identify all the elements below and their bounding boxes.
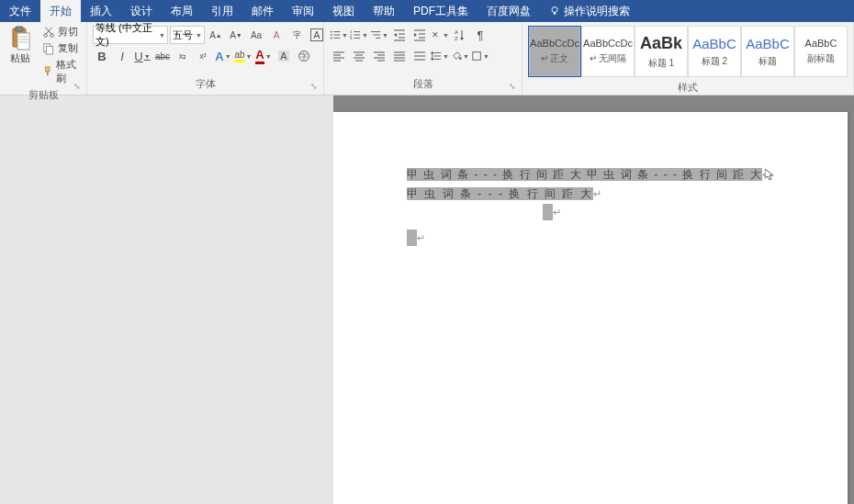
tab-pdf[interactable]: PDF工具集 — [404, 0, 478, 22]
para-mark-icon: ↵ — [417, 232, 425, 243]
group-styles: AaBbCcDc ↵ 正文 AaBbCcDc ↵ 无间隔 AaBk 标题 1 A… — [523, 22, 854, 95]
superscript-button[interactable]: x² — [194, 47, 212, 65]
style-preview: AaBbCcDc — [583, 38, 633, 49]
tab-file[interactable]: 文件 — [0, 0, 40, 22]
svg-marker-70 — [431, 59, 433, 62]
decrease-indent-button[interactable] — [390, 26, 409, 44]
align-right-button[interactable] — [370, 47, 388, 65]
tab-help[interactable]: 帮助 — [364, 0, 404, 22]
tab-design[interactable]: 设计 — [121, 0, 162, 22]
grow-font-button[interactable]: A▲ — [207, 26, 225, 44]
text-effects-button[interactable]: A▼ — [214, 47, 232, 65]
show-marks-button[interactable]: ¶ — [471, 26, 489, 44]
numbering-button[interactable]: 123▼ — [350, 26, 368, 44]
char-shading-button[interactable]: A — [275, 47, 293, 65]
clipboard-launcher[interactable]: ⤡ — [73, 82, 84, 93]
underline-button[interactable]: U▼ — [133, 47, 152, 65]
svg-point-8 — [44, 33, 48, 37]
tell-me-search[interactable]: 操作说明搜索 — [549, 4, 630, 19]
font-launcher[interactable]: ⤡ — [310, 82, 321, 93]
copy-button[interactable]: 复制 — [40, 40, 83, 56]
shading-button[interactable]: ▼ — [451, 47, 469, 65]
bold-button[interactable]: B — [93, 47, 111, 65]
borders-button[interactable]: ▼ — [471, 47, 489, 65]
style-name: 标题 1 — [648, 57, 674, 70]
phonetic-button[interactable]: 字 — [287, 26, 306, 44]
group-clipboard: 粘贴 剪切 复制 格式刷 剪贴板 ⤡ — [0, 22, 87, 95]
char-border-button[interactable]: A — [308, 26, 326, 44]
tab-review[interactable]: 审阅 — [283, 0, 323, 22]
tab-baidu[interactable]: 百度网盘 — [478, 0, 540, 22]
doc-line-3[interactable]: ↵ — [407, 206, 848, 218]
style-subtitle[interactable]: AaBbC 副标题 — [794, 26, 848, 77]
style-no-spacing[interactable]: AaBbCcDc ↵ 无间隔 — [581, 26, 635, 77]
font-size-select[interactable]: 五号▼ — [170, 26, 205, 44]
svg-point-20 — [331, 38, 332, 39]
highlight-button[interactable]: ab▼ — [234, 47, 253, 65]
svg-line-10 — [46, 27, 51, 33]
distribute-button[interactable] — [410, 47, 429, 65]
style-heading2[interactable]: AaBbC 标题 2 — [688, 26, 741, 77]
enclose-char-button[interactable]: 字 — [295, 47, 313, 65]
tell-me-label: 操作说明搜索 — [564, 4, 630, 19]
cut-label: 剪切 — [58, 25, 78, 39]
sort-button[interactable]: AZ — [451, 26, 469, 44]
font-color-button[interactable]: A▼ — [254, 47, 273, 65]
font-name-select[interactable]: 等线 (中文正文)▼ — [93, 26, 168, 44]
change-case-button[interactable]: Aa — [247, 26, 265, 44]
paste-button[interactable]: 粘贴 — [4, 24, 37, 67]
asian-layout-button[interactable]: ✕▼ — [431, 26, 449, 44]
justify-button[interactable] — [390, 47, 409, 65]
cursor-icon — [765, 169, 774, 182]
style-name: ↵ 无间隔 — [590, 52, 627, 65]
bullets-icon — [330, 28, 341, 41]
svg-rect-1 — [554, 13, 556, 15]
copy-icon — [42, 42, 55, 55]
strikethrough-button[interactable]: abc — [153, 47, 172, 65]
indent-icon — [413, 28, 426, 41]
doc-line-4[interactable]: ↵ — [407, 231, 848, 244]
clear-format-button[interactable]: A — [267, 26, 286, 44]
increase-indent-button[interactable] — [410, 26, 429, 44]
style-preview: AaBbCcDc — [530, 38, 579, 49]
tab-view[interactable]: 视图 — [323, 0, 364, 22]
tab-insert[interactable]: 插入 — [81, 0, 121, 22]
italic-button[interactable]: I — [113, 47, 131, 65]
paragraph-launcher[interactable]: ⤡ — [509, 82, 520, 93]
style-preview: AaBbC — [805, 38, 837, 49]
style-heading1[interactable]: AaBk 标题 1 — [635, 26, 688, 77]
doc-line-1[interactable]: 甲 虫 词 条 - - - 换 行 间 距 大 甲 虫 词 条 - - - 换 … — [407, 167, 848, 183]
tab-references[interactable]: 引用 — [202, 0, 242, 22]
bullets-button[interactable]: ▼ — [330, 26, 348, 44]
line-spacing-button[interactable]: ▼ — [431, 47, 449, 65]
bucket-icon — [451, 50, 462, 62]
tab-layout[interactable]: 布局 — [162, 0, 202, 22]
doc-line-2[interactable]: 甲 虫 词 条 - - - 换 行 间 距 大↵ — [407, 186, 848, 202]
align-center-button[interactable] — [350, 47, 368, 65]
style-normal[interactable]: AaBbCcDc ↵ 正文 — [528, 26, 581, 77]
styles-gallery[interactable]: AaBbCcDc ↵ 正文 AaBbCcDc ↵ 无间隔 AaBk 标题 1 A… — [526, 24, 849, 79]
paste-label: 粘贴 — [10, 51, 30, 65]
tab-home[interactable]: 开始 — [40, 0, 81, 22]
style-preview: AaBk — [640, 34, 682, 53]
page-viewport[interactable]: 甲 虫 词 条 - - - 换 行 间 距 大 甲 虫 词 条 - - - 换 … — [333, 95, 854, 504]
shrink-font-button[interactable]: A▼ — [227, 26, 245, 44]
style-title[interactable]: AaBbC 标题 — [741, 26, 794, 77]
justify-icon — [393, 50, 406, 62]
tab-mailings[interactable]: 邮件 — [242, 0, 283, 22]
align-left-icon — [332, 50, 345, 62]
multilevel-button[interactable]: ▼ — [370, 26, 388, 44]
svg-text:3: 3 — [350, 36, 353, 40]
style-name: ↵ 正文 — [541, 52, 569, 65]
asian-icon: ✕ — [431, 28, 442, 41]
pilcrow-icon: ¶ — [478, 28, 484, 42]
page[interactable]: 甲 虫 词 条 - - - 换 行 间 距 大 甲 虫 词 条 - - - 换 … — [333, 112, 848, 504]
svg-point-71 — [459, 57, 462, 60]
align-left-button[interactable] — [330, 47, 348, 65]
svg-line-11 — [46, 27, 51, 33]
subscript-button[interactable]: x₂ — [174, 47, 192, 65]
align-center-icon — [353, 50, 365, 62]
scissors-icon — [42, 26, 55, 39]
cut-button[interactable]: 剪切 — [40, 24, 83, 39]
svg-marker-69 — [431, 51, 433, 54]
